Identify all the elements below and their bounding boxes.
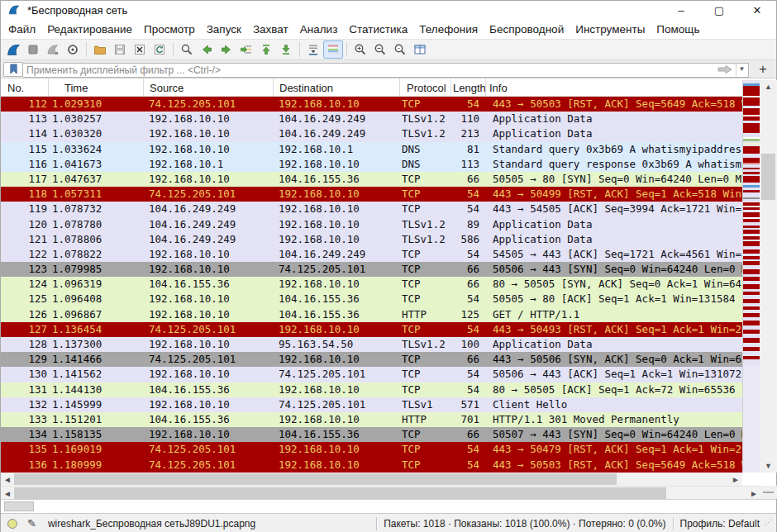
scroll-left-arrow[interactable]: ◄ — [1, 487, 14, 500]
splitter-handle[interactable] — [763, 492, 774, 493]
column-header-source[interactable]: Source — [144, 78, 274, 97]
zoom-normal-button[interactable] — [390, 40, 410, 59]
pane-drag-handle[interactable] — [4, 501, 34, 511]
wireshark-logo-icon[interactable] — [7, 4, 21, 16]
cell-length: 54 — [451, 247, 486, 262]
column-header-no[interactable]: No. — [1, 78, 49, 97]
table-row[interactable]: 1311.144130104.16.155.36192.168.10.10TCP… — [1, 382, 742, 397]
table-row[interactable]: 1291.14146674.125.205.101192.168.10.10TC… — [1, 352, 742, 367]
table-row[interactable]: 1331.151201104.16.155.36192.168.10.10HTT… — [1, 412, 742, 427]
go-forward-button[interactable] — [217, 40, 236, 59]
table-row[interactable]: 1321.145999192.168.10.1074.125.205.101TL… — [1, 397, 742, 412]
table-row[interactable]: 1361.18099974.125.205.101192.168.10.10TC… — [1, 458, 742, 473]
find-packet-button[interactable] — [177, 40, 197, 59]
cell-time: 1.078732 — [49, 202, 144, 216]
close-file-button[interactable] — [130, 40, 150, 59]
reload-file-button[interactable] — [150, 40, 169, 59]
cell-info: Standard query response 0x3b69 A whatism… — [486, 157, 742, 172]
table-row[interactable]: 1351.16901974.125.205.101192.168.10.10TC… — [1, 442, 742, 457]
table-row[interactable]: 1151.033624192.168.10.10192.168.10.1DNS8… — [1, 142, 742, 157]
start-capture-button[interactable] — [3, 40, 23, 59]
lower-pane-hscrollbar[interactable]: ◄ ► — [1, 486, 760, 499]
minimap-stripe — [743, 86, 760, 96]
column-header-protocol[interactable]: Protocol — [400, 78, 451, 97]
scroll-right-arrow[interactable]: ► — [747, 487, 760, 500]
packet-list-hscrollbar[interactable]: ◄ ► — [1, 473, 742, 486]
table-row[interactable]: 1141.030320192.168.10.10104.16.249.249TL… — [1, 126, 742, 141]
menu-item-4[interactable]: Запуск — [201, 21, 247, 38]
table-row[interactable]: 1241.096319104.16.155.36192.168.10.10TCP… — [1, 277, 742, 292]
packet-minimap[interactable] — [742, 80, 760, 473]
scroll-down-arrow[interactable]: ▼ — [760, 459, 777, 473]
profile-label[interactable]: Профиль: Default — [680, 518, 760, 530]
column-header-time[interactable]: Time — [49, 78, 144, 97]
menu-item-10[interactable]: Инструменты — [570, 21, 651, 38]
colorize-packets-button[interactable] — [323, 40, 343, 59]
column-header-destination[interactable]: Destination — [274, 78, 400, 97]
table-row[interactable]: 1301.141562192.168.10.1074.125.205.101TC… — [1, 367, 742, 382]
filter-bookmark-button[interactable] — [3, 62, 23, 77]
hscroll-thumb[interactable] — [14, 487, 666, 499]
table-row[interactable]: 1261.096867192.168.10.10104.16.155.36HTT… — [1, 307, 742, 322]
expert-info-icon[interactable] — [7, 519, 17, 529]
go-back-button[interactable] — [197, 40, 217, 59]
close-button[interactable]: ✕ — [738, 1, 776, 19]
auto-scroll-button[interactable] — [303, 40, 323, 59]
table-row[interactable]: 1211.078806104.16.249.249192.168.10.10TL… — [1, 232, 742, 247]
table-row[interactable]: 1221.078822192.168.10.10104.16.249.249TC… — [1, 247, 742, 262]
menu-item-5[interactable]: Захват — [247, 21, 294, 38]
table-row[interactable]: 1171.047637192.168.10.10104.16.155.36TCP… — [1, 172, 742, 187]
cell-protocol: TCP — [400, 322, 451, 337]
table-row[interactable]: 1121.02931074.125.205.101192.168.10.10TC… — [1, 97, 742, 112]
add-filter-button[interactable]: + — [754, 62, 772, 77]
table-row[interactable]: 1281.137300192.168.10.1095.163.54.50TLSv… — [1, 337, 742, 352]
menu-item-9[interactable]: Беспроводной — [484, 21, 570, 38]
go-last-packet-button[interactable] — [276, 40, 296, 59]
hscroll-thumb[interactable] — [14, 473, 617, 485]
cell-source: 192.168.10.10 — [144, 112, 274, 126]
scroll-right-arrow[interactable]: ► — [729, 473, 742, 486]
menu-item-11[interactable]: Помощь — [651, 21, 705, 38]
capture-comment-icon[interactable]: ✎ — [27, 517, 36, 530]
scroll-up-arrow[interactable]: ▲ — [760, 80, 777, 93]
open-file-button[interactable] — [90, 40, 110, 59]
cell-destination: 192.168.10.10 — [274, 217, 400, 232]
zoom-out-button[interactable] — [370, 40, 390, 59]
restart-capture-button[interactable] — [43, 40, 63, 59]
filter-dropdown-caret[interactable]: ▼ — [736, 63, 747, 76]
cell-length: 54 — [451, 322, 486, 337]
table-row[interactable]: 1161.041673192.168.10.1192.168.10.10DNS1… — [1, 157, 742, 172]
display-filter-input[interactable] — [23, 63, 749, 78]
menu-item-7[interactable]: Статистика — [343, 21, 413, 38]
scroll-left-arrow[interactable]: ◄ — [1, 473, 14, 486]
table-row[interactable]: 1181.05731174.125.205.101192.168.10.10TC… — [1, 187, 742, 202]
capture-options-button[interactable] — [63, 40, 83, 59]
menu-item-1[interactable]: Файл — [2, 21, 41, 38]
table-row[interactable]: 1231.079985192.168.10.1074.125.205.101TC… — [1, 262, 742, 277]
menu-item-8[interactable]: Телефония — [413, 21, 484, 38]
maximize-button[interactable]: ▢ — [700, 1, 738, 19]
menu-item-2[interactable]: Редактирование — [41, 21, 138, 38]
table-row[interactable]: 1131.030257192.168.10.10104.16.249.249TL… — [1, 112, 742, 126]
resize-columns-button[interactable] — [410, 40, 430, 59]
column-header-length[interactable]: Length — [451, 78, 486, 97]
vertical-scroll-thumb[interactable] — [761, 154, 775, 200]
table-row[interactable]: 1201.078780104.16.249.249192.168.10.10TL… — [1, 217, 742, 232]
menu-item-3[interactable]: Просмотр — [138, 21, 201, 38]
apply-filter-button[interactable] — [714, 63, 736, 76]
table-row[interactable]: 1341.158135192.168.10.10104.16.155.36TCP… — [1, 427, 742, 442]
resize-grip[interactable]: ⋰ — [765, 518, 775, 532]
vertical-scrollbar[interactable]: ▲ ▼ — [760, 80, 777, 473]
menu-item-6[interactable]: Анализ — [294, 21, 344, 38]
table-row[interactable]: 1271.13645474.125.205.101192.168.10.10TC… — [1, 322, 742, 337]
go-first-packet-button[interactable] — [256, 40, 276, 59]
zoom-in-button[interactable] — [350, 40, 370, 59]
table-row[interactable]: 1251.096408192.168.10.10104.16.155.36TCP… — [1, 292, 742, 306]
save-file-button[interactable] — [110, 40, 130, 59]
table-row[interactable]: 1191.078732104.16.249.249192.168.10.10TC… — [1, 202, 742, 216]
stop-capture-button[interactable] — [23, 40, 43, 59]
minimize-button[interactable]: – — [662, 1, 700, 19]
go-to-packet-button[interactable] — [236, 40, 256, 59]
collapsed-pane-strip — [1, 499, 776, 513]
column-header-info[interactable]: Info — [486, 78, 742, 97]
